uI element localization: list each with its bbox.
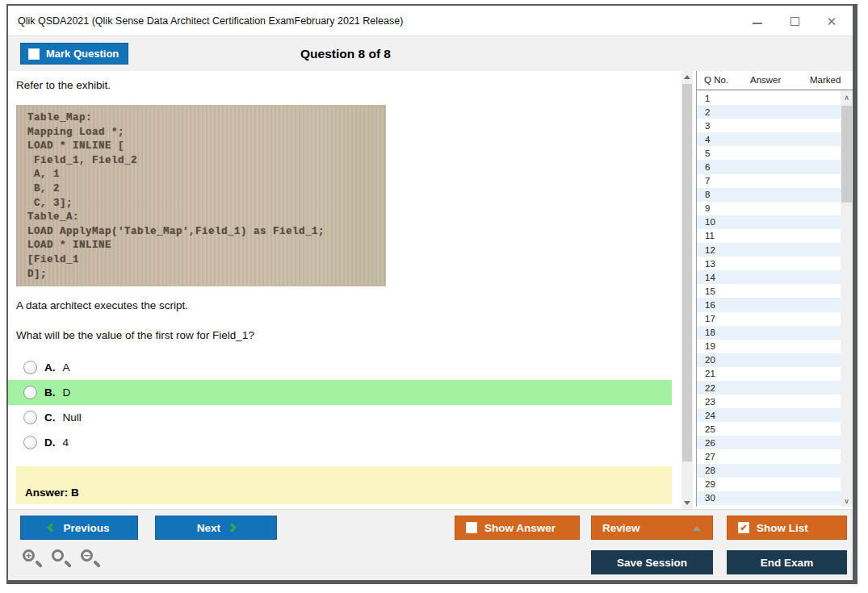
question-number: 8 [705, 190, 710, 199]
scrollbar-thumb[interactable] [682, 84, 692, 461]
question-list-row[interactable]: 5 [697, 146, 841, 160]
question-list-row[interactable]: 16 [697, 298, 841, 311]
radio-button-c[interactable] [23, 411, 37, 424]
show-list-checkbox[interactable]: ✔ [738, 522, 749, 533]
question-list-row[interactable]: 21 [697, 367, 841, 381]
question-number: 12 [705, 245, 715, 255]
question-list-row[interactable]: 14 [697, 270, 841, 284]
zoom-in-icon[interactable]: + [22, 549, 44, 570]
exhibit-code-line: B, 2 [27, 182, 325, 197]
question-number: 4 [705, 135, 710, 144]
question-list-row[interactable]: 24 [697, 408, 841, 422]
list-scrollbar-thumb[interactable] [841, 106, 852, 203]
answer-option-c[interactable]: C.Null [8, 405, 672, 430]
question-number: 22 [705, 383, 715, 393]
answer-option-b[interactable]: B.D [8, 380, 672, 405]
question-number: 23 [705, 397, 715, 407]
previous-button[interactable]: Previous [20, 516, 138, 540]
question-list-row[interactable]: 26 [697, 436, 841, 449]
answer-option-a[interactable]: A.A [8, 355, 672, 380]
exhibit-code-line: Field_1, Field_2 [27, 154, 325, 169]
question-list-row[interactable]: 22 [697, 381, 841, 395]
list-scroll-down-icon[interactable]: ∨ [841, 495, 853, 507]
show-list-label: Show List [757, 522, 808, 534]
question-number: 26 [705, 438, 715, 448]
zoom-out-icon[interactable]: − [80, 549, 102, 570]
question-list-row[interactable]: 6 [697, 160, 841, 173]
option-letter: B. [44, 386, 56, 399]
radio-button-d[interactable] [23, 436, 37, 449]
option-letter: D. [44, 436, 56, 449]
question-number: 7 [705, 176, 710, 186]
question-list-panel: Q No. Answer Marked 12345678910111213141… [696, 71, 853, 507]
exhibit-code-line: LOAD * INLINE [ [27, 140, 325, 154]
previous-label: Previous [63, 522, 109, 534]
end-exam-button[interactable]: End Exam [727, 550, 847, 574]
question-list-row[interactable]: 4 [697, 132, 841, 146]
scroll-down-button[interactable] [681, 497, 693, 509]
options-list: A.AB.DC.NullD.4 [8, 355, 672, 455]
question-number: 15 [705, 286, 715, 296]
question-list-row[interactable]: 20 [697, 353, 841, 367]
question-number: 21 [705, 369, 715, 378]
minimize-button[interactable] [751, 15, 764, 27]
question-list-row[interactable]: 10 [697, 215, 841, 229]
question-list-row[interactable]: 12 [697, 243, 841, 257]
question-list-row[interactable]: 29 [697, 478, 841, 491]
exhibit-code-line: LOAD ApplyMap('Table_Map',Field_1) as Fi… [27, 225, 325, 240]
question-list-row[interactable]: 15 [697, 284, 841, 298]
end-exam-label: End Exam [761, 557, 813, 569]
window-controls: ✕ [751, 6, 838, 36]
window-title: Qlik QSDA2021 (Qlik Sense Data Architect… [18, 15, 403, 27]
answer-option-d[interactable]: D.4 [8, 430, 672, 455]
list-scroll-up-icon[interactable]: ∧ [841, 91, 853, 103]
question-list-scrollbar[interactable]: ∧ ∨ [841, 91, 853, 507]
refer-text: Refer to the exhibit. [16, 79, 111, 91]
column-header-answer: Answer [750, 75, 781, 85]
question-counter: Question 8 of 8 [8, 36, 683, 71]
question-list-row[interactable]: 23 [697, 395, 841, 408]
question-number: 27 [705, 452, 715, 461]
radio-button-a[interactable] [23, 361, 37, 374]
question-list-row[interactable]: 13 [697, 257, 841, 270]
triangle-up-icon [684, 75, 690, 79]
question-list-row[interactable]: 28 [697, 464, 841, 478]
question-list-row[interactable]: 1 [697, 91, 841, 105]
review-dropdown[interactable]: Review [591, 516, 713, 540]
question-list-row[interactable]: 7 [697, 174, 841, 188]
chevron-left-icon [48, 523, 57, 532]
column-header-qno: Q No. [704, 75, 728, 85]
question-list-row[interactable]: 30 [697, 491, 841, 505]
question-list-row[interactable]: 3 [697, 119, 841, 132]
question-list-row[interactable]: 2 [697, 105, 841, 119]
save-session-button[interactable]: Save Session [591, 550, 713, 574]
show-list-button[interactable]: ✔ Show List [727, 516, 847, 540]
question-list-row[interactable]: 25 [697, 422, 841, 436]
next-button[interactable]: Next [155, 516, 277, 540]
exam-window: Qlik QSDA2021 (Qlik Sense Data Architect… [6, 4, 858, 584]
show-answer-checkbox[interactable] [466, 522, 477, 533]
triangle-down-icon [684, 501, 690, 505]
exhibit-image: Table_Map:Mapping Load *;LOAD * INLINE [… [16, 105, 386, 286]
question-list-rows: 1234567891011121314151617181920212223242… [697, 91, 841, 507]
close-button[interactable]: ✕ [825, 15, 838, 27]
question-number: 10 [705, 217, 715, 227]
question-number: 28 [705, 466, 715, 475]
answer-text: Answer: B [25, 487, 79, 499]
question-list-row[interactable]: 11 [697, 229, 841, 243]
question-list-row[interactable]: 18 [697, 326, 841, 340]
radio-button-b[interactable] [23, 386, 37, 399]
show-answer-label: Show Answer [484, 522, 556, 534]
show-answer-button[interactable]: Show Answer [455, 516, 580, 540]
question-list-row[interactable]: 27 [697, 449, 841, 463]
maximize-icon [790, 17, 799, 26]
footer-bar: Previous Next Show Answer Review ✔ Show … [8, 509, 853, 580]
maximize-button[interactable] [788, 15, 801, 27]
question-list-row[interactable]: 8 [697, 188, 841, 202]
content-scrollbar[interactable] [681, 71, 693, 509]
question-list-row[interactable]: 17 [697, 312, 841, 326]
question-list-row[interactable]: 9 [697, 202, 841, 215]
scroll-up-button[interactable] [681, 71, 693, 83]
question-list-row[interactable]: 19 [697, 340, 841, 353]
zoom-reset-icon[interactable] [51, 549, 73, 570]
